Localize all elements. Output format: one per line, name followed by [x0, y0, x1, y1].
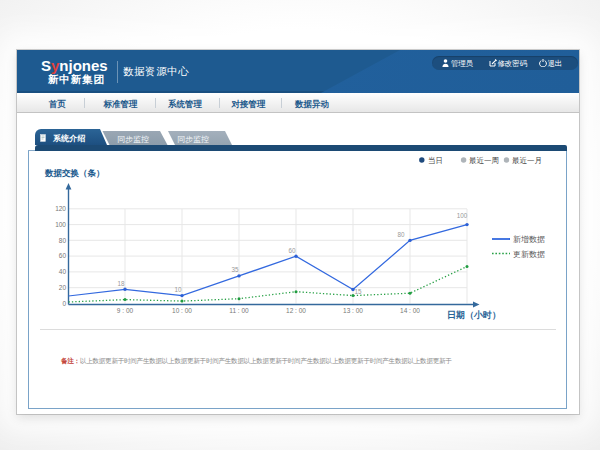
svg-text:100: 100 [55, 221, 66, 228]
svg-text:80: 80 [59, 237, 67, 244]
svg-text:最近一周: 最近一周 [469, 156, 499, 165]
svg-text:35: 35 [231, 266, 239, 273]
svg-text:12 : 00: 12 : 00 [286, 307, 306, 314]
svg-text:60: 60 [59, 252, 67, 259]
svg-text:15: 15 [354, 288, 362, 295]
svg-text:120: 120 [55, 205, 66, 212]
svg-text:40: 40 [59, 268, 67, 275]
svg-text:100: 100 [457, 212, 468, 219]
svg-text:10 : 00: 10 : 00 [172, 307, 192, 314]
svg-text:13 : 00: 13 : 00 [343, 307, 363, 314]
svg-text:0: 0 [62, 300, 66, 307]
svg-text:20: 20 [59, 284, 67, 291]
svg-text:9 : 00: 9 : 00 [117, 307, 134, 314]
svg-text:14 : 00: 14 : 00 [400, 307, 420, 314]
svg-text:更新数据: 更新数据 [513, 250, 545, 259]
svg-text:11 : 00: 11 : 00 [229, 307, 249, 314]
svg-text:80: 80 [397, 231, 405, 238]
svg-text:60: 60 [288, 247, 296, 254]
svg-text:10: 10 [174, 286, 182, 293]
svg-text:18: 18 [117, 280, 125, 287]
svg-text:新增数据: 新增数据 [513, 235, 545, 244]
svg-text:日期（小时）: 日期（小时） [447, 310, 501, 320]
svg-text:当日: 当日 [428, 156, 443, 165]
svg-text:数据交换（条）: 数据交换（条） [44, 168, 105, 178]
svg-text:最近一月: 最近一月 [512, 156, 542, 165]
